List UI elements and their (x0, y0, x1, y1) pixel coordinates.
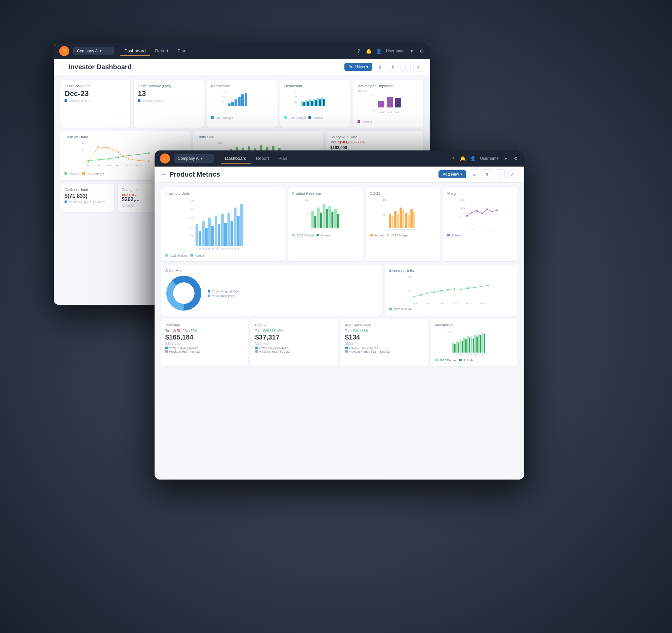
sales-mix-donut (165, 275, 202, 312)
avg-sales-price-card: Avg Sales Price Total $24 +18% $134 $111… (341, 319, 428, 366)
svg-text:10: 10 (295, 101, 297, 103)
print-button-front[interactable]: 🖨 (469, 169, 479, 179)
svg-rect-109 (311, 211, 314, 228)
zero-cash-title: Zero Cash Date (65, 84, 126, 88)
nav-plan-back[interactable]: Plan (174, 46, 191, 55)
legend-dot-coa (370, 234, 373, 236)
logo-back: Ji (59, 46, 69, 56)
svg-rect-12 (301, 101, 303, 106)
company-select-front[interactable]: Company A ▾ (174, 154, 214, 162)
print-button-back[interactable]: 🖨 (375, 62, 385, 72)
svg-rect-93 (221, 214, 224, 246)
settings-icon-back[interactable]: ⚙ (419, 48, 425, 54)
chevron-down-icon-user-front[interactable]: ▾ (503, 155, 509, 161)
svg-rect-196 (480, 335, 481, 353)
svg-rect-87 (202, 221, 205, 246)
svg-point-168 (461, 288, 462, 290)
nav-dashboard-front[interactable]: Dashboard (221, 154, 251, 163)
nav-report-back[interactable]: Report (151, 46, 172, 55)
svg-text:2M: 2M (82, 149, 84, 151)
rev-legend: 2023 Budget | Feb-23 Previous Year | Feb… (165, 347, 244, 353)
legend-dot-coh1 (65, 172, 67, 175)
net-income-chart: 1000k 500k 0 (211, 89, 273, 116)
company-select-back[interactable]: Company A ▾ (73, 47, 114, 55)
inv-units-title: Inventory Units (165, 192, 281, 196)
svg-text:-5k: -5k (371, 104, 375, 106)
more-button-front[interactable]: ⋮ (495, 169, 505, 179)
add-new-button-front[interactable]: Add New ▾ (438, 170, 466, 178)
user-icon-back[interactable]: 👤 (376, 48, 382, 54)
svg-text:Jan 23: Jan 23 (480, 302, 485, 304)
legend-dot-aspa (345, 350, 348, 353)
svg-rect-128 (400, 207, 402, 228)
chevron-down-icon-user-back[interactable]: ▾ (409, 48, 415, 54)
svg-text:Sep 22: Sep 22 (453, 302, 458, 304)
salary-value1: $162,000 (330, 145, 419, 150)
inv-dollar-svg: 400k (435, 329, 514, 356)
legend-dot-prb (292, 234, 295, 236)
revenue-bottom-card: Revenue Total $(25,116) +15% $165,184 $1… (161, 319, 248, 366)
svg-text:Jul 22: Jul 22 (439, 302, 444, 304)
cogs-value: $37,317 (255, 333, 334, 341)
headcount-meta: 2023 Budget Actuals (284, 116, 346, 120)
help-icon-front[interactable]: ? (450, 155, 456, 161)
bell-icon-back[interactable]: 🔔 (366, 48, 372, 54)
salary-total: Total $(583,750) -360% (330, 141, 419, 144)
svg-rect-195 (476, 336, 477, 353)
share-button-back[interactable]: ⬆ (388, 62, 398, 72)
collapse-button-front[interactable]: ∧ (507, 169, 518, 179)
back-arrow-back[interactable]: ← (61, 64, 66, 70)
svg-text:Mar 22: Mar 22 (202, 248, 207, 250)
cogs-bottom-title: COGS (255, 323, 334, 327)
svg-point-163 (427, 292, 429, 294)
svg-text:Jul 23: Jul 23 (474, 353, 478, 355)
nav-report-front[interactable]: Report (252, 154, 273, 163)
more-button-back[interactable]: ⋮ (401, 62, 411, 72)
cogs-legend: Actuals 2023 Budget (370, 234, 436, 237)
share-button-front[interactable]: ⬆ (482, 169, 492, 179)
cash-runway-card: Cash Runway (Mos) 13 Actuals | Nov-22 (134, 80, 203, 128)
svg-text:Apr 23: Apr 23 (406, 228, 411, 230)
inventory-units-small-card: Inventory Units 10k 5k (385, 264, 518, 316)
legend-dot-rvb (165, 347, 168, 349)
bell-icon-front[interactable]: 🔔 (460, 155, 466, 161)
rev-total: Total $(25,116) +15% (165, 329, 244, 333)
help-icon-back[interactable]: ? (356, 48, 362, 54)
svg-rect-190 (458, 343, 459, 353)
product-revenue-svg: 2M 1M Q1 22 (292, 198, 359, 231)
svg-text:1000k: 1000k (222, 90, 227, 92)
svg-text:Q2 22: Q2 22 (316, 228, 320, 230)
svg-text:May 23: May 23 (412, 228, 417, 230)
svg-point-172 (487, 284, 489, 286)
margin-legend: Actuals (447, 234, 513, 237)
inv-units-small-title: Inventory Units (389, 269, 513, 273)
svg-rect-194 (473, 338, 474, 353)
svg-text:Jan 23: Jan 23 (234, 248, 239, 250)
svg-rect-30 (395, 98, 401, 107)
coh-small-meta: 2023 Rolling Fcst | Mar-23 (65, 201, 110, 204)
svg-point-149 (491, 210, 493, 212)
legend-dot-nie (358, 120, 360, 123)
svg-text:Q2 22: Q2 22 (471, 228, 476, 230)
svg-rect-193 (469, 337, 470, 353)
settings-icon-front[interactable]: ⚙ (513, 155, 519, 161)
legend-dot-hc1 (284, 116, 287, 119)
svg-text:Sep 22: Sep 22 (86, 164, 92, 166)
collapse-button-back[interactable]: ∧ (413, 62, 423, 72)
svg-point-170 (474, 286, 476, 288)
svg-text:Nov 22: Nov 22 (466, 302, 472, 304)
cogs-bottom-legend: 2023 Budget | Feb-23 Previous Year | Feb… (255, 347, 334, 353)
page-header-back: ← Investor Dashboard Add New ▾ 🖨 ⬆ ⋮ ∧ (54, 59, 430, 75)
inventory-dollar-card: Inventory $ 400k (431, 319, 518, 366)
user-icon-front[interactable]: 👤 (470, 155, 476, 161)
svg-text:Nov 22: Nov 22 (227, 248, 233, 250)
add-new-button-back[interactable]: Add New ▾ (344, 63, 372, 71)
nav-plan-front[interactable]: Plan (274, 154, 291, 163)
legend-dot-ma (447, 234, 450, 236)
svg-point-150 (496, 209, 498, 211)
svg-rect-112 (328, 206, 331, 228)
nav-dashboard-back[interactable]: Dashboard (120, 46, 150, 55)
product-metrics-window: Ji Company A ▾ Dashboard Report Plan ? 🔔… (154, 150, 524, 480)
svg-text:Jan 23: Jan 23 (451, 353, 456, 355)
back-arrow-front[interactable]: ← (161, 171, 167, 177)
